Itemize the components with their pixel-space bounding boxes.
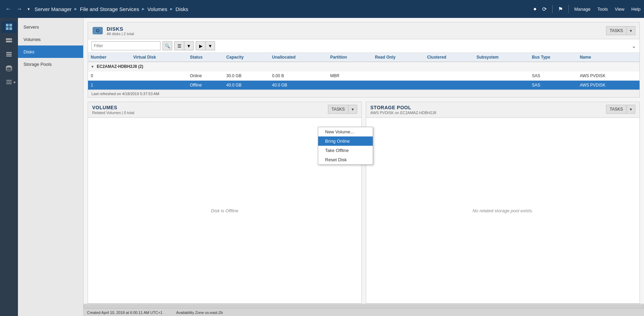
col-bus-type[interactable]: Bus Type <box>529 53 577 62</box>
col-unallocated[interactable]: Unallocated <box>269 53 328 62</box>
row1-capacity: 40.0 GB <box>224 81 269 90</box>
storage-pool-tasks-button[interactable]: TASKS ▼ <box>606 105 635 114</box>
toolbar-collapse-button[interactable]: ⌄ <box>632 43 636 49</box>
col-virtual-disk[interactable]: Virtual Disk <box>130 53 187 62</box>
nav-sidebar: Servers Volumes Disks Storage Pools <box>18 18 84 316</box>
context-menu-new-volume-label: New Volume... <box>325 129 354 134</box>
row0-partition: MBR <box>328 71 372 81</box>
sidebar-item-servers[interactable]: Servers <box>18 21 83 33</box>
notification-icon[interactable]: ● <box>533 6 537 12</box>
svg-rect-13 <box>6 80 12 81</box>
context-menu-item-bring-online[interactable]: Bring Online <box>318 136 373 146</box>
availability-zone-status: Availability Zone us-east-2b <box>176 310 223 315</box>
disks-tasks-label: TASKS <box>606 27 627 35</box>
breadcrumb-volumes[interactable]: Volumes <box>147 6 167 12</box>
disks-tasks-button[interactable]: TASKS ▼ <box>606 26 635 35</box>
sidebar-item-disks[interactable]: Disks <box>18 45 83 58</box>
disks-tasks-arrow[interactable]: ▼ <box>627 27 635 35</box>
row1-subsystem <box>474 81 529 90</box>
disk-table: Number Virtual Disk Status Capacity Unal… <box>88 53 640 90</box>
menu-view[interactable]: View <box>615 5 624 13</box>
menu-tools[interactable]: Tools <box>597 5 608 13</box>
sidebar-icon-servers[interactable] <box>1 34 17 47</box>
context-menu-item-take-offline[interactable]: Take Offline <box>318 146 373 155</box>
svg-point-18 <box>97 30 98 31</box>
topbar-divider-2 <box>568 5 569 13</box>
created-status: Created April 10, 2018 at 6:00:11 AM UTC… <box>87 310 163 315</box>
view-dropdown-button[interactable]: ▼ <box>184 41 194 50</box>
disks-tasks: TASKS ▼ <box>606 26 635 35</box>
nav-dropdown-button[interactable]: ▼ <box>26 4 32 14</box>
volumes-empty-message: Disk is Offline <box>211 208 238 213</box>
breadcrumb-disks[interactable]: Disks <box>176 6 188 12</box>
sidebar-icon-more[interactable] <box>1 76 17 88</box>
flag-icon[interactable]: ⚑ <box>558 6 563 12</box>
menu-help[interactable]: Help <box>631 5 641 13</box>
col-subsystem[interactable]: Subsystem <box>474 53 529 62</box>
storage-pool-empty-message: No related storage pool exists. <box>472 208 533 213</box>
col-number[interactable]: Number <box>88 53 130 62</box>
view-list-button[interactable]: ☰ <box>174 41 184 50</box>
row1-unallocated: 40.0 GB <box>269 81 328 90</box>
sidebar-icon-volumes[interactable] <box>1 48 17 61</box>
table-row-selected[interactable]: 1 Offline 40.0 GB 40.0 GB SAS AWS P <box>88 81 640 90</box>
top-bar-actions: ● ⟳ ⚑ Manage Tools View Help <box>533 5 641 13</box>
row1-read-only <box>372 81 424 90</box>
horizontal-scrollbar[interactable] <box>84 304 644 308</box>
storage-pool-tasks-arrow[interactable]: ▼ <box>627 105 635 113</box>
scrollbar-track[interactable] <box>84 305 644 308</box>
col-partition[interactable]: Partition <box>328 53 372 62</box>
disks-title-block: DISKS All disks | 2 total <box>107 26 134 36</box>
menu-manage[interactable]: Manage <box>574 5 591 13</box>
sort-group: ▶ ▼ <box>196 41 215 50</box>
table-row[interactable]: 0 Online 30.0 GB 0.00 B MBR SAS AWS <box>88 71 640 81</box>
context-menu-item-new-volume[interactable]: New Volume... <box>318 127 373 136</box>
sidebar-icon-storage[interactable] <box>1 62 17 74</box>
content-area: DISKS All disks | 2 total TASKS ▼ 🔍 <box>84 18 644 316</box>
disks-section-header: DISKS All disks | 2 total TASKS ▼ <box>88 22 640 39</box>
search-button[interactable]: 🔍 <box>163 41 172 50</box>
volumes-tasks-arrow[interactable]: ▼ <box>349 105 357 113</box>
sidebar-item-servers-label: Servers <box>23 24 39 30</box>
disks-section: DISKS All disks | 2 total TASKS ▼ 🔍 <box>88 22 640 98</box>
disks-status-bar: Last refreshed on 4/18/2019 5:37:53 AM <box>88 90 640 97</box>
row0-subsystem <box>474 71 529 81</box>
disks-subtitle: All disks | 2 total <box>107 32 134 36</box>
disks-title: DISKS <box>107 26 134 32</box>
disk-table-container: Number Virtual Disk Status Capacity Unal… <box>88 53 640 90</box>
topbar-divider <box>552 5 553 13</box>
svg-rect-20 <box>96 33 97 33</box>
col-read-only[interactable]: Read Only <box>372 53 424 62</box>
sidebar-item-storage-pools-label: Storage Pools <box>23 62 52 67</box>
filter-input[interactable] <box>91 41 160 50</box>
col-capacity[interactable]: Capacity <box>224 53 269 62</box>
volumes-tasks-button[interactable]: TASKS ▼ <box>328 105 357 114</box>
refresh-icon[interactable]: ⟳ <box>542 6 547 12</box>
col-name[interactable]: Name <box>577 53 640 62</box>
row1-status: Offline <box>187 81 224 90</box>
row1-bus-type: SAS <box>529 81 577 90</box>
sort-button[interactable]: ▶ <box>196 41 205 50</box>
breadcrumb-sep-1: ► <box>74 7 78 11</box>
volumes-title: VOLUMES <box>92 105 328 110</box>
top-bar: ← → ▼ Server Manager ► File and Storage … <box>0 0 644 18</box>
breadcrumb-app: Server Manager <box>35 6 72 12</box>
storage-pool-tasks-label: TASKS <box>606 105 627 113</box>
sidebar-item-volumes[interactable]: Volumes <box>18 33 83 45</box>
sort-dropdown-button[interactable]: ▼ <box>205 41 215 50</box>
storage-pool-subtitle: AWS PVDISK on EC2AMAZ-HDBH2J8 <box>370 111 606 115</box>
sidebar-icon-dashboard[interactable] <box>1 21 17 33</box>
context-menu-bring-online-label: Bring Online <box>325 139 350 144</box>
back-button[interactable]: ← <box>3 4 13 14</box>
forward-button[interactable]: → <box>14 4 24 14</box>
col-status[interactable]: Status <box>187 53 224 62</box>
sidebar-item-storage-pools[interactable]: Storage Pools <box>18 58 83 70</box>
sidebar-item-volumes-label: Volumes <box>23 37 41 42</box>
storage-pool-section: STORAGE POOL AWS PVDISK on EC2AMAZ-HDBH2… <box>366 102 640 304</box>
context-menu-item-reset-disk[interactable]: Reset Disk <box>318 155 373 164</box>
breadcrumb-sep-3: ► <box>169 7 174 11</box>
svg-rect-9 <box>6 54 12 55</box>
breadcrumb-service[interactable]: File and Storage Services <box>80 6 139 12</box>
disk-group-row: ▼ EC2AMAZ-HDBH2J8 (2) <box>88 62 640 71</box>
col-clustered[interactable]: Clustered <box>425 53 474 62</box>
